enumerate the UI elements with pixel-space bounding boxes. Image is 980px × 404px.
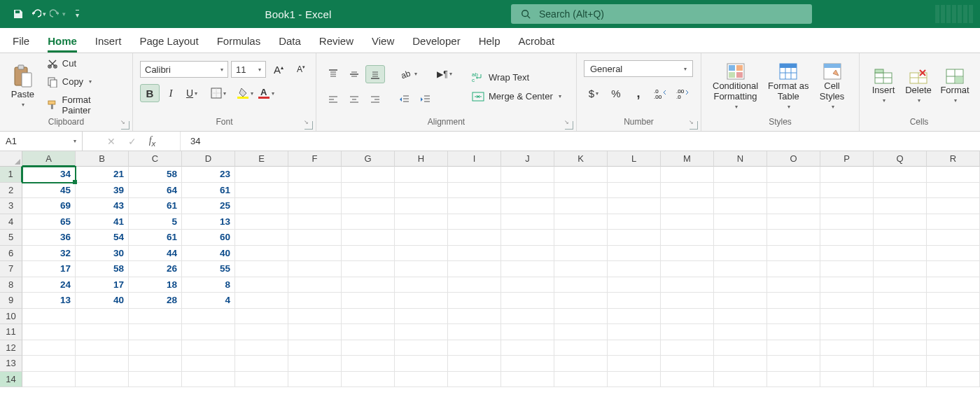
tab-insert[interactable]: Insert xyxy=(95,35,122,53)
cell-A12[interactable] xyxy=(22,340,76,356)
cell-I1[interactable] xyxy=(448,167,501,183)
cell-D8[interactable]: 8 xyxy=(182,277,235,293)
cell-P10[interactable] xyxy=(820,309,874,325)
cell-D12[interactable] xyxy=(182,340,235,356)
align-middle-button[interactable] xyxy=(344,65,364,83)
cell-H10[interactable] xyxy=(395,309,448,325)
cell-P13[interactable] xyxy=(820,356,874,372)
cell-M4[interactable] xyxy=(661,214,714,230)
cell-M3[interactable] xyxy=(661,198,714,214)
cell-F7[interactable] xyxy=(288,261,342,277)
cell-I10[interactable] xyxy=(448,309,501,325)
cell-O2[interactable] xyxy=(767,183,820,199)
column-header-E[interactable]: E xyxy=(235,151,288,167)
row-header-9[interactable]: 9 xyxy=(0,293,22,309)
cell-F3[interactable] xyxy=(288,198,342,214)
cell-Q10[interactable] xyxy=(874,309,927,325)
cell-L11[interactable] xyxy=(608,324,661,340)
tab-developer[interactable]: Developer xyxy=(412,35,460,53)
font-name-selector[interactable]: Calibri▾ xyxy=(140,61,228,78)
cell-Q6[interactable] xyxy=(874,246,927,262)
cell-J1[interactable] xyxy=(501,167,554,183)
cell-Q3[interactable] xyxy=(874,198,927,214)
decrease-font-button[interactable]: A▾ xyxy=(291,60,311,78)
column-header-L[interactable]: L xyxy=(608,151,661,167)
cell-F14[interactable] xyxy=(288,372,342,388)
cell-N4[interactable] xyxy=(714,214,767,230)
cell-E12[interactable] xyxy=(235,340,288,356)
cell-C1[interactable]: 58 xyxy=(129,167,182,183)
cell-G12[interactable] xyxy=(342,340,395,356)
cell-F1[interactable] xyxy=(288,167,342,183)
cell-G1[interactable] xyxy=(342,167,395,183)
cell-I4[interactable] xyxy=(448,214,501,230)
cell-G9[interactable] xyxy=(342,293,395,309)
text-direction-button[interactable]: ▶¶▾ xyxy=(431,65,458,83)
cell-K12[interactable] xyxy=(554,340,608,356)
cell-L10[interactable] xyxy=(608,309,661,325)
cell-L9[interactable] xyxy=(608,293,661,309)
cell-M9[interactable] xyxy=(661,293,714,309)
cell-E7[interactable] xyxy=(235,261,288,277)
dialog-launcher-number[interactable] xyxy=(690,121,698,130)
column-header-C[interactable]: C xyxy=(129,151,182,167)
cell-O14[interactable] xyxy=(767,372,820,388)
cell-P6[interactable] xyxy=(820,246,874,262)
cell-I9[interactable] xyxy=(448,293,501,309)
cell-F13[interactable] xyxy=(288,356,342,372)
cell-M14[interactable] xyxy=(661,372,714,388)
format-painter-button[interactable]: Format Painter xyxy=(43,93,125,117)
cell-L8[interactable] xyxy=(608,277,661,293)
row-header-13[interactable]: 13 xyxy=(0,356,22,372)
cell-A9[interactable]: 13 xyxy=(22,293,76,309)
cell-F4[interactable] xyxy=(288,214,342,230)
fill-handle[interactable] xyxy=(73,180,77,184)
cell-B3[interactable]: 43 xyxy=(76,198,129,214)
cell-B5[interactable]: 54 xyxy=(76,230,129,246)
cell-B10[interactable] xyxy=(76,309,129,325)
cell-F10[interactable] xyxy=(288,309,342,325)
bold-button[interactable]: B xyxy=(140,84,160,102)
cell-N7[interactable] xyxy=(714,261,767,277)
cell-O3[interactable] xyxy=(767,198,820,214)
cell-K9[interactable] xyxy=(554,293,608,309)
cell-G13[interactable] xyxy=(342,356,395,372)
row-header-7[interactable]: 7 xyxy=(0,261,22,277)
cell-D7[interactable]: 55 xyxy=(182,261,235,277)
cell-A2[interactable]: 45 xyxy=(22,183,76,199)
cell-P5[interactable] xyxy=(820,230,874,246)
row-header-3[interactable]: 3 xyxy=(0,198,22,214)
column-header-M[interactable]: M xyxy=(661,151,714,167)
cell-D2[interactable]: 61 xyxy=(182,183,235,199)
tab-file[interactable]: File xyxy=(13,35,29,53)
insert-function-button[interactable]: fx xyxy=(149,135,156,148)
cell-H3[interactable] xyxy=(395,198,448,214)
cell-M1[interactable] xyxy=(661,167,714,183)
cell-I7[interactable] xyxy=(448,261,501,277)
column-header-N[interactable]: N xyxy=(714,151,767,167)
cell-I14[interactable] xyxy=(448,372,501,388)
tab-data[interactable]: Data xyxy=(279,35,301,53)
cell-I11[interactable] xyxy=(448,324,501,340)
cell-L2[interactable] xyxy=(608,183,661,199)
cell-N14[interactable] xyxy=(714,372,767,388)
cell-F5[interactable] xyxy=(288,230,342,246)
cell-A5[interactable]: 36 xyxy=(22,230,76,246)
column-header-H[interactable]: H xyxy=(395,151,448,167)
cell-M12[interactable] xyxy=(661,340,714,356)
column-header-J[interactable]: J xyxy=(501,151,554,167)
cell-Q14[interactable] xyxy=(874,372,927,388)
wrap-text-button[interactable]: abc Wrap Text xyxy=(468,70,566,84)
column-header-R[interactable]: R xyxy=(927,151,980,167)
cell-F8[interactable] xyxy=(288,277,342,293)
cell-E1[interactable] xyxy=(235,167,288,183)
cell-H2[interactable] xyxy=(395,183,448,199)
cell-M2[interactable] xyxy=(661,183,714,199)
search-box[interactable]: Search (Alt+Q) xyxy=(511,4,812,24)
cell-K1[interactable] xyxy=(554,167,608,183)
cell-R7[interactable] xyxy=(927,261,980,277)
cell-D4[interactable]: 13 xyxy=(182,214,235,230)
cell-J4[interactable] xyxy=(501,214,554,230)
cell-G6[interactable] xyxy=(342,246,395,262)
cell-C9[interactable]: 28 xyxy=(129,293,182,309)
